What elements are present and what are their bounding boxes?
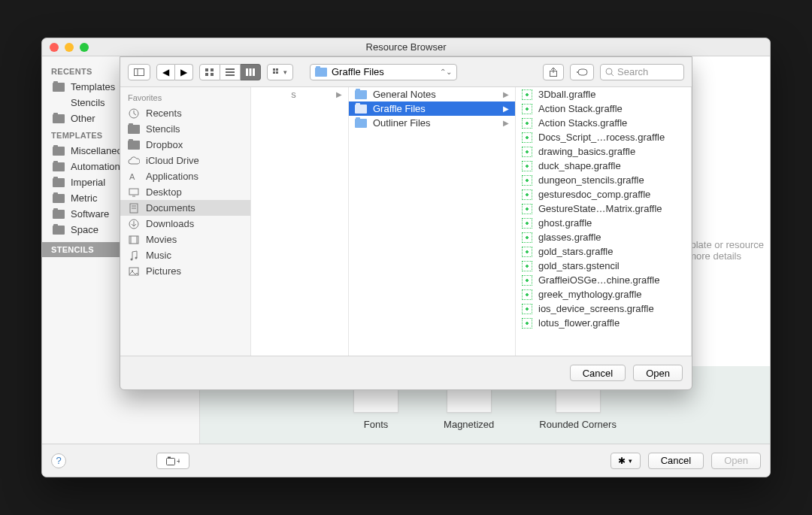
file-row[interactable]: GraffleiOSGe…chine.graffle	[516, 273, 691, 287]
list-view-button[interactable]	[220, 64, 241, 80]
file-row[interactable]: ios_device_screens.graffle	[516, 301, 691, 316]
folder-icon	[53, 178, 65, 187]
minimize-window-button[interactable]	[65, 43, 74, 52]
favorite-music[interactable]: Music	[120, 247, 250, 263]
file-label: Action Stack.graffle	[538, 103, 623, 114]
svg-point-23	[606, 68, 612, 74]
file-label: greek_mythology.graffle	[538, 289, 642, 300]
folder-icon	[355, 119, 367, 128]
graffle-file-icon	[522, 147, 532, 157]
file-label: 3Dball.graffle	[538, 89, 595, 100]
sheet-open-button[interactable]: Open	[633, 365, 683, 381]
graffle-file-icon	[522, 304, 532, 314]
favorite-applications[interactable]: AApplications	[120, 168, 250, 184]
graffle-file-icon	[522, 232, 532, 243]
nav-back-button[interactable]: ◀	[156, 64, 175, 80]
favorite-downloads[interactable]: Downloads	[120, 216, 250, 232]
favorite-label: Music	[146, 250, 171, 261]
search-field[interactable]: Search	[600, 64, 684, 80]
file-row[interactable]: duck_shape.graffle	[516, 159, 691, 173]
file-row[interactable]: glasses.graffle	[516, 230, 691, 244]
close-window-button[interactable]	[50, 43, 59, 52]
sheet-cancel-button[interactable]: Cancel	[570, 365, 626, 381]
folder-label: General Notes	[373, 89, 436, 100]
file-row[interactable]: Action Stacks.graffle	[516, 116, 691, 130]
favorite-stencils[interactable]: Stencils	[120, 121, 250, 137]
folder-icon	[53, 194, 65, 203]
movie-icon	[128, 235, 140, 244]
folder-icon	[355, 105, 367, 114]
file-label: duck_shape.graffle	[538, 160, 621, 171]
folder-row[interactable]: Graffle Files▶	[349, 101, 515, 116]
icon-view-button[interactable]	[199, 64, 220, 80]
group-by-button[interactable]: ▾	[267, 64, 293, 80]
graffle-file-icon	[522, 104, 532, 114]
file-row[interactable]: dungeon_stencils.graffle	[516, 173, 691, 187]
folders-column: General Notes▶Graffle Files▶Outliner Fil…	[349, 87, 516, 356]
svg-text:+: +	[177, 457, 180, 465]
file-row[interactable]: drawing_basics.graffle	[516, 144, 691, 159]
parent-folder-row[interactable]: s ▶	[251, 87, 348, 101]
favorites-header: Favorites	[120, 87, 250, 105]
favorite-label: Movies	[146, 234, 177, 245]
file-row[interactable]: gold_stars.gstencil	[516, 259, 691, 273]
favorite-label: Stencils	[146, 123, 180, 135]
favorite-label: Desktop	[146, 186, 182, 198]
favorite-pictures[interactable]: Pictures	[120, 263, 250, 279]
folder-row[interactable]: General Notes▶	[349, 87, 515, 101]
download-icon	[128, 219, 140, 229]
file-label: ghost.graffle	[538, 217, 592, 229]
favorite-recents[interactable]: Recents	[120, 105, 250, 121]
file-label: gold_stars.graffle	[538, 246, 614, 257]
favorite-dropbox[interactable]: Dropbox	[120, 137, 250, 153]
graffle-file-icon	[522, 132, 532, 143]
tags-button[interactable]	[570, 64, 594, 80]
column-browser: Favorites RecentsStencilsDropboxiCloud D…	[120, 87, 692, 356]
column-view-button[interactable]	[241, 64, 261, 80]
open-panel-sheet: ◀ ▶ ▾ Graffle Files ⌃⌄ Search	[120, 56, 692, 390]
file-row[interactable]: ghost.graffle	[516, 216, 691, 230]
graffle-file-icon	[522, 89, 532, 100]
folder-icon	[53, 226, 65, 235]
file-row[interactable]: gold_stars.graffle	[516, 244, 691, 259]
file-row[interactable]: gesturesdoc_comp.graffle	[516, 187, 691, 201]
favorites-column: Favorites RecentsStencilsDropboxiCloud D…	[120, 87, 251, 356]
nav-forward-button[interactable]: ▶	[175, 64, 193, 80]
chevron-right-icon: ▶	[503, 119, 509, 127]
file-row[interactable]: lotus_flower.graffle	[516, 316, 691, 330]
action-menu-button[interactable]: ✱ ▾	[611, 453, 641, 469]
graffle-file-icon	[522, 189, 532, 200]
file-row[interactable]: greek_mythology.graffle	[516, 287, 691, 301]
add-resource-button[interactable]: +	[156, 453, 189, 469]
file-label: GraffleiOSGe…chine.graffle	[538, 274, 659, 286]
favorite-movies[interactable]: Movies	[120, 232, 250, 247]
svg-rect-7	[205, 73, 208, 76]
svg-point-22	[577, 71, 578, 73]
svg-point-39	[131, 258, 133, 260]
resource-browser-window: Resource Browser RECENTS Templates Stenc…	[41, 38, 771, 477]
favorite-documents[interactable]: Documents	[120, 200, 250, 216]
help-button[interactable]: ?	[51, 453, 66, 468]
toggle-sidebar-button[interactable]	[128, 64, 150, 80]
folder-row[interactable]: Outliner Files▶	[349, 116, 515, 130]
share-button[interactable]	[543, 64, 564, 80]
favorite-desktop[interactable]: Desktop	[120, 184, 250, 200]
titlebar[interactable]: Resource Browser	[42, 38, 770, 56]
file-row[interactable]: 3Dball.graffle	[516, 87, 691, 101]
svg-rect-18	[276, 71, 278, 74]
favorite-icloud-drive[interactable]: iCloud Drive	[120, 153, 250, 168]
svg-text:A: A	[129, 172, 135, 181]
file-label: gesturesdoc_comp.graffle	[538, 189, 650, 200]
graffle-file-icon	[522, 247, 532, 257]
folder-label: Graffle Files	[373, 103, 426, 114]
graffle-file-icon	[522, 218, 532, 229]
view-switcher	[199, 64, 261, 80]
file-row[interactable]: Docs_Script_…rocess.graffle	[516, 130, 691, 144]
path-popup[interactable]: Graffle Files ⌃⌄	[310, 64, 457, 80]
file-label: glasses.graffle	[538, 232, 601, 243]
file-row[interactable]: Action Stack.graffle	[516, 101, 691, 116]
zoom-window-button[interactable]	[80, 43, 89, 52]
file-row[interactable]: GestureState…Matrix.graffle	[516, 201, 691, 216]
folder-icon	[53, 210, 65, 219]
cancel-button[interactable]: Cancel	[648, 453, 704, 469]
